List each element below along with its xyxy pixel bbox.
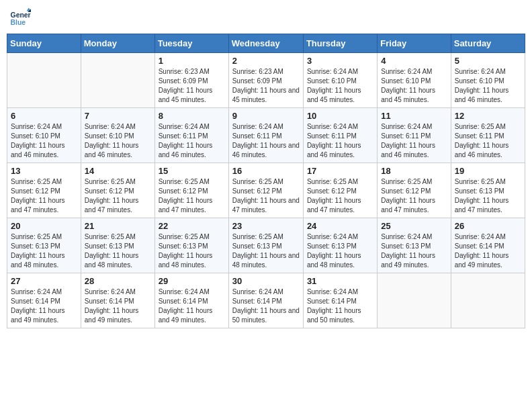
day-number: 29 (159, 276, 225, 286)
day-info: Sunrise: 6:25 AMSunset: 6:13 PMDaylight:… (11, 232, 77, 270)
table-row: 27Sunrise: 6:24 AMSunset: 6:14 PMDayligh… (7, 273, 81, 328)
day-number: 8 (159, 111, 225, 121)
day-number: 18 (381, 166, 447, 176)
day-header-sunday: Sunday (7, 34, 81, 53)
day-header-saturday: Saturday (451, 34, 525, 53)
day-info: Sunrise: 6:25 AMSunset: 6:12 PMDaylight:… (381, 177, 447, 215)
day-number: 31 (307, 276, 373, 286)
table-row: 31Sunrise: 6:24 AMSunset: 6:14 PMDayligh… (303, 273, 377, 328)
day-number: 24 (307, 221, 373, 231)
day-number: 1 (159, 56, 225, 66)
table-row: 8Sunrise: 6:24 AMSunset: 6:11 PMDaylight… (154, 108, 228, 163)
day-header-friday: Friday (378, 34, 451, 53)
day-header-monday: Monday (81, 34, 154, 53)
day-info: Sunrise: 6:25 AMSunset: 6:13 PMDaylight:… (85, 232, 151, 270)
table-row: 3Sunrise: 6:24 AMSunset: 6:10 PMDaylight… (303, 53, 377, 108)
table-row (7, 53, 81, 108)
day-number: 19 (455, 166, 521, 176)
table-row: 12Sunrise: 6:25 AMSunset: 6:11 PMDayligh… (451, 108, 525, 163)
day-info: Sunrise: 6:24 AMSunset: 6:10 PMDaylight:… (307, 67, 373, 105)
table-row: 7Sunrise: 6:24 AMSunset: 6:10 PMDaylight… (81, 108, 154, 163)
table-row: 1Sunrise: 6:23 AMSunset: 6:09 PMDaylight… (154, 53, 228, 108)
day-info: Sunrise: 6:24 AMSunset: 6:14 PMDaylight:… (232, 287, 300, 325)
table-row: 23Sunrise: 6:25 AMSunset: 6:13 PMDayligh… (228, 218, 303, 273)
week-row: 6Sunrise: 6:24 AMSunset: 6:10 PMDaylight… (7, 108, 525, 163)
day-info: Sunrise: 6:24 AMSunset: 6:14 PMDaylight:… (159, 287, 225, 325)
day-info: Sunrise: 6:25 AMSunset: 6:13 PMDaylight:… (232, 232, 300, 270)
table-row: 5Sunrise: 6:24 AMSunset: 6:10 PMDaylight… (451, 53, 525, 108)
day-number: 5 (455, 56, 521, 66)
day-number: 7 (85, 111, 151, 121)
table-row: 16Sunrise: 6:25 AMSunset: 6:12 PMDayligh… (228, 163, 303, 218)
day-number: 26 (455, 221, 521, 231)
logo-icon: General Blue (9, 7, 31, 28)
day-number: 25 (381, 221, 447, 231)
day-info: Sunrise: 6:24 AMSunset: 6:11 PMDaylight:… (307, 122, 373, 160)
day-number: 4 (381, 56, 447, 66)
table-row: 20Sunrise: 6:25 AMSunset: 6:13 PMDayligh… (7, 218, 81, 273)
day-info: Sunrise: 6:24 AMSunset: 6:10 PMDaylight:… (381, 67, 447, 105)
day-number: 9 (232, 111, 300, 121)
day-number: 17 (307, 166, 373, 176)
day-number: 28 (85, 276, 151, 286)
week-row: 27Sunrise: 6:24 AMSunset: 6:14 PMDayligh… (7, 273, 525, 328)
table-row: 14Sunrise: 6:25 AMSunset: 6:12 PMDayligh… (81, 163, 154, 218)
week-row: 20Sunrise: 6:25 AMSunset: 6:13 PMDayligh… (7, 218, 525, 273)
day-info: Sunrise: 6:24 AMSunset: 6:11 PMDaylight:… (159, 122, 225, 160)
day-number: 27 (11, 276, 77, 286)
day-info: Sunrise: 6:24 AMSunset: 6:10 PMDaylight:… (455, 67, 521, 105)
day-number: 3 (307, 56, 373, 66)
day-number: 22 (159, 221, 225, 231)
day-info: Sunrise: 6:25 AMSunset: 6:13 PMDaylight:… (159, 232, 225, 270)
table-row: 6Sunrise: 6:24 AMSunset: 6:10 PMDaylight… (7, 108, 81, 163)
day-number: 10 (307, 111, 373, 121)
day-info: Sunrise: 6:24 AMSunset: 6:11 PMDaylight:… (381, 122, 447, 160)
day-number: 11 (381, 111, 447, 121)
day-info: Sunrise: 6:24 AMSunset: 6:14 PMDaylight:… (455, 232, 521, 270)
table-row: 15Sunrise: 6:25 AMSunset: 6:12 PMDayligh… (154, 163, 228, 218)
day-info: Sunrise: 6:24 AMSunset: 6:10 PMDaylight:… (85, 122, 151, 160)
day-number: 23 (232, 221, 300, 231)
day-header-wednesday: Wednesday (228, 34, 303, 53)
table-row (81, 53, 154, 108)
day-info: Sunrise: 6:25 AMSunset: 6:11 PMDaylight:… (455, 122, 521, 160)
week-row: 1Sunrise: 6:23 AMSunset: 6:09 PMDaylight… (7, 53, 525, 108)
day-info: Sunrise: 6:24 AMSunset: 6:13 PMDaylight:… (381, 232, 447, 270)
header: General Blue (7, 7, 525, 28)
day-number: 12 (455, 111, 521, 121)
day-number: 15 (159, 166, 225, 176)
day-number: 6 (11, 111, 77, 121)
day-info: Sunrise: 6:25 AMSunset: 6:12 PMDaylight:… (232, 177, 300, 215)
day-info: Sunrise: 6:25 AMSunset: 6:12 PMDaylight:… (11, 177, 77, 215)
table-row: 17Sunrise: 6:25 AMSunset: 6:12 PMDayligh… (303, 163, 377, 218)
table-row: 10Sunrise: 6:24 AMSunset: 6:11 PMDayligh… (303, 108, 377, 163)
day-info: Sunrise: 6:24 AMSunset: 6:10 PMDaylight:… (11, 122, 77, 160)
day-info: Sunrise: 6:25 AMSunset: 6:12 PMDaylight:… (159, 177, 225, 215)
day-number: 30 (232, 276, 300, 286)
table-row: 24Sunrise: 6:24 AMSunset: 6:13 PMDayligh… (303, 218, 377, 273)
day-info: Sunrise: 6:24 AMSunset: 6:13 PMDaylight:… (307, 232, 373, 270)
table-row (451, 273, 525, 328)
table-row: 30Sunrise: 6:24 AMSunset: 6:14 PMDayligh… (228, 273, 303, 328)
day-number: 13 (11, 166, 77, 176)
table-row: 26Sunrise: 6:24 AMSunset: 6:14 PMDayligh… (451, 218, 525, 273)
table-row (378, 273, 451, 328)
table-row: 28Sunrise: 6:24 AMSunset: 6:14 PMDayligh… (81, 273, 154, 328)
table-row: 11Sunrise: 6:24 AMSunset: 6:11 PMDayligh… (378, 108, 451, 163)
day-info: Sunrise: 6:24 AMSunset: 6:14 PMDaylight:… (11, 287, 77, 325)
day-number: 21 (85, 221, 151, 231)
week-row: 13Sunrise: 6:25 AMSunset: 6:12 PMDayligh… (7, 163, 525, 218)
table-row: 13Sunrise: 6:25 AMSunset: 6:12 PMDayligh… (7, 163, 81, 218)
calendar: SundayMondayTuesdayWednesdayThursdayFrid… (7, 34, 525, 328)
day-info: Sunrise: 6:25 AMSunset: 6:12 PMDaylight:… (307, 177, 373, 215)
table-row: 9Sunrise: 6:24 AMSunset: 6:11 PMDaylight… (228, 108, 303, 163)
table-row: 22Sunrise: 6:25 AMSunset: 6:13 PMDayligh… (154, 218, 228, 273)
day-info: Sunrise: 6:24 AMSunset: 6:11 PMDaylight:… (232, 122, 300, 160)
day-number: 16 (232, 166, 300, 176)
day-number: 20 (11, 221, 77, 231)
day-number: 2 (232, 56, 300, 66)
day-number: 14 (85, 166, 151, 176)
table-row: 21Sunrise: 6:25 AMSunset: 6:13 PMDayligh… (81, 218, 154, 273)
day-info: Sunrise: 6:24 AMSunset: 6:14 PMDaylight:… (85, 287, 151, 325)
day-info: Sunrise: 6:24 AMSunset: 6:14 PMDaylight:… (307, 287, 373, 325)
